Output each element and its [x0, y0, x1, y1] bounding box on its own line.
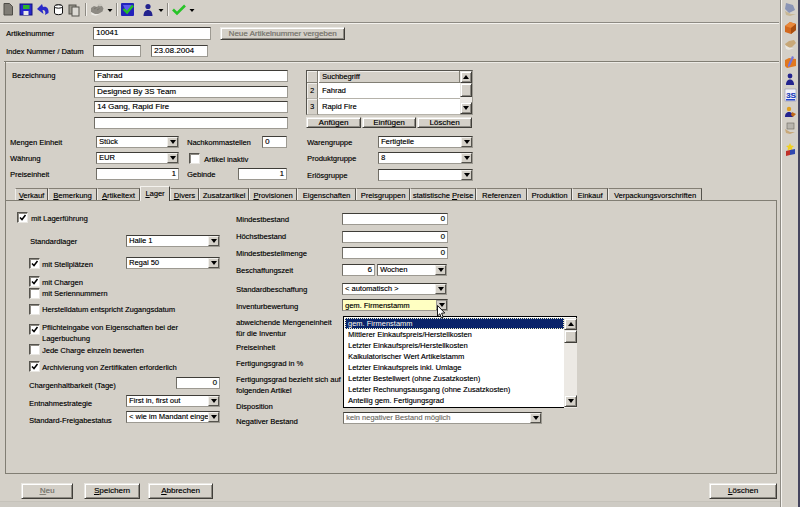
svg-text:3S: 3S: [786, 91, 796, 100]
